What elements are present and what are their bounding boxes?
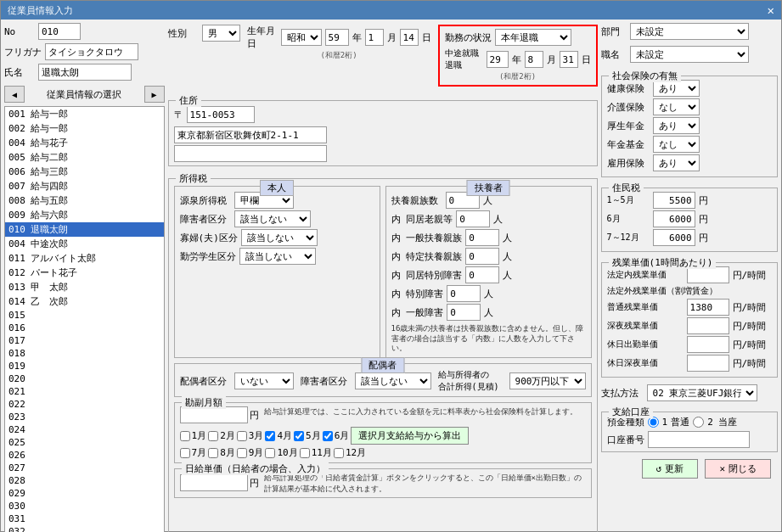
cb-nov[interactable] bbox=[300, 448, 310, 458]
kousei-select[interactable]: ありなし bbox=[653, 117, 700, 134]
postal-input[interactable] bbox=[187, 106, 255, 123]
era-select[interactable]: 明治大正昭和平成令和 bbox=[281, 29, 322, 46]
nav-right-btn[interactable]: ▶ bbox=[144, 86, 165, 103]
no-input[interactable]: 010 bbox=[38, 23, 81, 40]
naiko-ippan-input[interactable] bbox=[465, 229, 499, 246]
list-item[interactable]: 005 給与二郎 bbox=[5, 150, 164, 165]
list-item[interactable]: 015 bbox=[5, 309, 164, 322]
role-select[interactable]: 未設定 bbox=[630, 46, 749, 63]
naiko-ippan-row: 内 一般扶養親族 人 bbox=[391, 229, 586, 246]
close-button[interactable]: ✕ 閉じる bbox=[705, 459, 771, 479]
list-item[interactable]: 030 bbox=[5, 500, 164, 512]
daily-amount-input[interactable] bbox=[180, 474, 248, 491]
list-item[interactable]: 011 アルバイト太郎 bbox=[5, 251, 164, 266]
naiko-fuyo-input[interactable] bbox=[447, 304, 481, 321]
list-item[interactable]: 002 給与一郎 bbox=[5, 121, 164, 136]
spouse-kubun-select[interactable]: いないいる bbox=[234, 372, 294, 389]
list-item[interactable]: 009 給与六郎 bbox=[5, 208, 164, 222]
jul-dec-input[interactable] bbox=[653, 229, 695, 246]
koyo-select[interactable]: ありなし bbox=[653, 154, 700, 171]
list-item[interactable]: 021 bbox=[5, 385, 164, 398]
list-item[interactable]: 012 パート花子 bbox=[5, 266, 164, 280]
list-item[interactable]: 028 bbox=[5, 474, 164, 487]
furigana-input[interactable]: タイショクタロウ bbox=[45, 43, 138, 60]
list-item[interactable]: 031 bbox=[5, 512, 164, 525]
cb-jan[interactable] bbox=[180, 431, 190, 441]
list-item[interactable]: 023 bbox=[5, 411, 164, 423]
list-item[interactable]: 013 甲 太郎 bbox=[5, 280, 164, 294]
name-input[interactable]: 退職太朗 bbox=[38, 64, 132, 81]
list-item[interactable]: 016 bbox=[5, 322, 164, 334]
deduction-amount-input[interactable] bbox=[180, 406, 248, 423]
cb-mar[interactable] bbox=[237, 431, 247, 441]
radio-toza[interactable] bbox=[693, 417, 704, 428]
employee-list[interactable]: 001 給与一郎002 給与一郎004 給与花子005 給与二郎006 給与三郎… bbox=[4, 106, 165, 532]
birth-year-input[interactable] bbox=[325, 29, 349, 46]
cb-aug[interactable] bbox=[208, 448, 218, 458]
list-item[interactable]: 022 bbox=[5, 398, 164, 411]
cb-jul[interactable] bbox=[180, 448, 190, 458]
kaigo-select[interactable]: ありなし bbox=[653, 98, 700, 115]
hosei-input[interactable] bbox=[687, 266, 729, 283]
kenpo-select[interactable]: ありなし bbox=[653, 80, 700, 97]
birth-day-input[interactable] bbox=[400, 29, 419, 46]
close-icon[interactable]: ✕ bbox=[768, 3, 774, 17]
list-item[interactable]: 007 給与四郎 bbox=[5, 179, 164, 193]
dept-select[interactable]: 未設定 bbox=[630, 23, 749, 40]
update-button[interactable]: ↺ 更新 bbox=[642, 459, 699, 479]
kyujitu-syutsu-input[interactable] bbox=[687, 336, 729, 353]
shinya-input[interactable] bbox=[687, 317, 729, 334]
list-item[interactable]: 019 bbox=[5, 360, 164, 372]
list-item[interactable]: 014 乙 次郎 bbox=[5, 294, 164, 309]
cb-jun[interactable] bbox=[323, 431, 333, 441]
cb-sep[interactable] bbox=[237, 448, 247, 458]
nav-left-btn[interactable]: ◀ bbox=[4, 86, 25, 103]
list-item[interactable]: 004 給与花子 bbox=[5, 136, 164, 150]
address-input2[interactable] bbox=[174, 145, 327, 162]
list-item[interactable]: 020 bbox=[5, 372, 164, 385]
cb-feb[interactable] bbox=[208, 431, 218, 441]
naiko-dotoku-input[interactable] bbox=[465, 266, 499, 283]
chuto-day-input[interactable] bbox=[560, 51, 578, 68]
kinro-select[interactable]: 該当しない該当する bbox=[239, 248, 316, 265]
cb-apr[interactable] bbox=[265, 431, 275, 441]
chuto-month-input[interactable] bbox=[525, 51, 543, 68]
futsuu-input[interactable] bbox=[687, 299, 729, 316]
nenkin-select[interactable]: ありなし bbox=[653, 136, 700, 153]
list-item[interactable]: 008 給与五郎 bbox=[5, 193, 164, 208]
naiko-toku-input[interactable] bbox=[447, 285, 481, 302]
list-item[interactable]: 004 中途次郎 bbox=[5, 237, 164, 251]
fuyo-select[interactable]: 該当しない寡婦特別の寡婦寡夫 bbox=[241, 229, 318, 246]
naiko-rodo-input[interactable] bbox=[456, 210, 490, 227]
list-item[interactable]: 024 bbox=[5, 423, 164, 436]
jan-may-input[interactable] bbox=[653, 192, 695, 209]
calc-button[interactable]: 選択月支給給与から算出 bbox=[351, 427, 469, 445]
list-item[interactable]: 001 給与一郎 bbox=[5, 107, 164, 121]
bank-select[interactable]: 02 東京三菱UFJ銀行 柏支 bbox=[647, 384, 757, 401]
cb-oct[interactable] bbox=[265, 448, 275, 458]
list-item[interactable]: 018 bbox=[5, 347, 164, 360]
birth-month-input[interactable] bbox=[365, 29, 384, 46]
account-num-input[interactable] bbox=[648, 431, 750, 448]
address-input[interactable] bbox=[174, 126, 327, 143]
list-item[interactable]: 010 退職太朗 bbox=[5, 222, 164, 237]
list-item[interactable]: 026 bbox=[5, 449, 164, 462]
naiko-tokutei-input[interactable] bbox=[465, 248, 499, 265]
gokei-select[interactable]: 900万円以下900万円超950万円以下950万円超1000万円以下 bbox=[509, 372, 586, 389]
kyujitu-shinya-input[interactable] bbox=[687, 355, 729, 372]
cb-dec[interactable] bbox=[334, 448, 344, 458]
list-item[interactable]: 029 bbox=[5, 487, 164, 500]
status-row: 勤務の状況 在職本年退職前年退職 bbox=[445, 29, 591, 46]
shogai-select[interactable]: 該当しない普通障害特別障害 bbox=[234, 210, 311, 227]
list-item[interactable]: 017 bbox=[5, 334, 164, 347]
list-item[interactable]: 027 bbox=[5, 462, 164, 474]
status-select[interactable]: 在職本年退職前年退職 bbox=[495, 29, 571, 46]
list-item[interactable]: 032 bbox=[5, 525, 164, 532]
spouse-shogai-select[interactable]: 該当しない普通障害特別障害 bbox=[355, 372, 431, 389]
gender-select[interactable]: 男女 bbox=[202, 25, 240, 42]
list-item[interactable]: 025 bbox=[5, 436, 164, 449]
list-item[interactable]: 006 給与三郎 bbox=[5, 165, 164, 179]
jun-input[interactable] bbox=[653, 210, 695, 227]
cb-may[interactable] bbox=[294, 431, 304, 441]
chuto-year-input[interactable] bbox=[487, 51, 509, 68]
